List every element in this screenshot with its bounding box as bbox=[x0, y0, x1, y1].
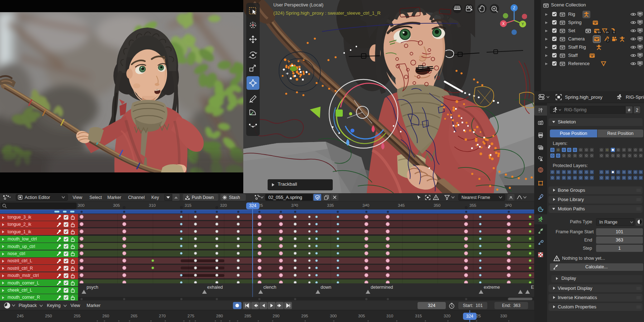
svg-text:Y: Y bbox=[522, 22, 524, 26]
svg-text:X: X bbox=[502, 22, 505, 26]
svg-text:Z: Z bbox=[513, 6, 515, 10]
